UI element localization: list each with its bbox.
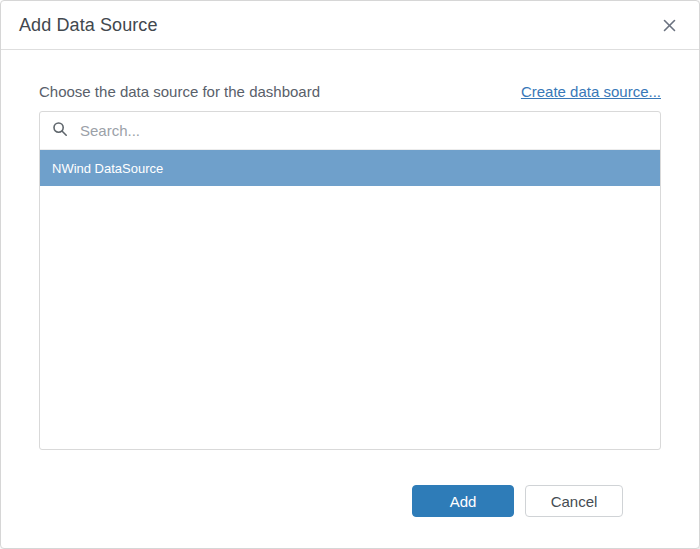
list-item[interactable]: NWind DataSource [40,150,660,186]
dialog-title: Add Data Source [19,15,158,36]
data-source-list: NWind DataSource [40,150,660,449]
create-data-source-link[interactable]: Create data source... [521,82,661,102]
list-item-label: NWind DataSource [52,161,163,176]
search-row [40,112,660,150]
add-data-source-dialog: Add Data Source Choose the data source f… [0,0,700,549]
close-icon [662,18,677,33]
close-button[interactable] [657,13,681,37]
prompt-text: Choose the data source for the dashboard [39,82,320,102]
search-input[interactable] [78,121,648,140]
search-icon [52,121,68,141]
dialog-footer: Add Cancel [39,485,661,517]
prompt-row: Choose the data source for the dashboard… [39,82,661,102]
cancel-button[interactable]: Cancel [525,485,623,517]
dialog-body: Choose the data source for the dashboard… [1,50,699,548]
dialog-header: Add Data Source [1,1,699,50]
data-source-list-panel: NWind DataSource [39,111,661,450]
add-button[interactable]: Add [412,485,514,517]
